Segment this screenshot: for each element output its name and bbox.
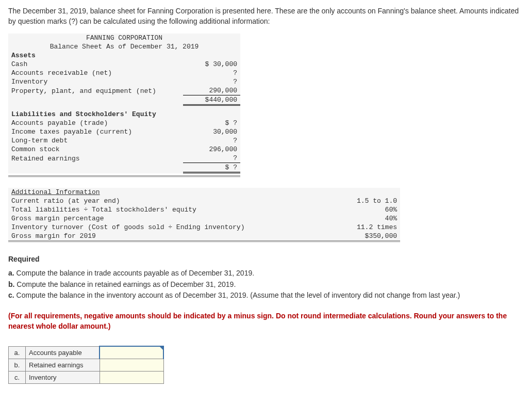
- addl-row-value: 11.2 times: [322, 223, 400, 232]
- addl-row-value: $350,000: [322, 232, 400, 240]
- requirement-marker: a.: [8, 269, 14, 277]
- asset-row-label: Inventory: [8, 77, 183, 86]
- answer-cell[interactable]: [100, 371, 163, 384]
- liab-row-amount: 296,000: [183, 145, 240, 154]
- liab-row-amount: ?: [183, 136, 240, 145]
- liab-row-label: Retained earnings: [8, 154, 183, 163]
- active-cell-flag-icon: [159, 346, 163, 350]
- required-heading: Required: [8, 255, 520, 263]
- addl-row-value: 60%: [322, 205, 400, 214]
- asset-row-label: Accounts receivable (net): [8, 69, 183, 77]
- table-row: a. Accounts payable: [9, 346, 164, 359]
- liab-row-label: Common stock: [8, 145, 183, 154]
- addl-row-value: 1.5 to 1.0: [322, 197, 400, 205]
- retained-earnings-input[interactable]: [103, 361, 162, 369]
- requirement-text: Compute the balance in retained earnings…: [16, 280, 236, 288]
- liab-row-label: Long-term debt: [8, 136, 183, 145]
- table-shadow: [8, 240, 400, 243]
- asset-row-amount: $ 30,000: [183, 60, 240, 69]
- inventory-input[interactable]: [103, 373, 162, 382]
- answer-key: c.: [9, 371, 26, 384]
- answer-label: Retained earnings: [26, 359, 100, 371]
- addl-row-label: Total liabilities ÷ Total stockholders' …: [8, 205, 322, 214]
- additional-info-table: Additional Information Current ratio (at…: [8, 188, 400, 240]
- liab-row-amount: $ ?: [183, 119, 240, 127]
- answer-key: b.: [9, 359, 26, 371]
- addl-row-label: Gross margin for 2019: [8, 232, 322, 240]
- requirement-item: b. Compute the balance in retained earni…: [8, 280, 520, 290]
- assets-header: Assets: [8, 51, 183, 60]
- instructions-note: (For all requirements, negative amounts …: [8, 311, 520, 331]
- requirement-marker: b.: [8, 280, 14, 288]
- requirement-item: a. Compute the balance in trade accounts…: [8, 268, 520, 279]
- requirements-list: a. Compute the balance in trade accounts…: [8, 268, 520, 301]
- accounts-payable-input[interactable]: [103, 348, 162, 357]
- answer-cell[interactable]: [100, 359, 163, 371]
- requirement-text: Compute the balance in trade accounts pa…: [16, 269, 255, 277]
- answer-label: Accounts payable: [26, 346, 100, 359]
- answer-cell[interactable]: [100, 346, 163, 359]
- assets-total: $440,000: [183, 95, 240, 105]
- requirement-marker: c.: [8, 291, 14, 299]
- addl-row-value: 40%: [322, 214, 400, 223]
- table-row: b. Retained earnings: [9, 359, 164, 371]
- intro-text: The December 31, 2019, balance sheet for…: [8, 6, 520, 26]
- liab-row-label: Accounts payable (trade): [8, 119, 183, 127]
- company-name: FANNING CORPORATION: [8, 34, 240, 42]
- liab-header: Liabilities and Stockholders' Equity: [8, 110, 183, 119]
- addl-row-label: Current ratio (at year end): [8, 197, 322, 205]
- asset-row-amount: 290,000: [183, 86, 240, 95]
- answer-key: a.: [9, 346, 26, 359]
- requirement-item: c. Compute the balance in the inventory …: [8, 290, 520, 301]
- table-row: c. Inventory: [9, 371, 164, 384]
- asset-row-label: Cash: [8, 60, 183, 69]
- liab-row-amount: ?: [183, 154, 240, 163]
- addl-row-label: Inventory turnover (Cost of goods sold ÷…: [8, 223, 322, 232]
- asset-row-amount: ?: [183, 77, 240, 86]
- liab-total: $ ?: [183, 163, 240, 173]
- requirement-text: Compute the balance in the inventory acc…: [16, 291, 460, 299]
- liab-row-label: Income taxes payable (current): [8, 127, 183, 136]
- liab-row-amount: 30,000: [183, 127, 240, 136]
- answer-label: Inventory: [26, 371, 100, 384]
- additional-info-header: Additional Information: [8, 188, 400, 197]
- answer-table: a. Accounts payable b. Retained earnings…: [8, 346, 164, 384]
- table-shadow: [8, 175, 240, 177]
- asset-row-amount: ?: [183, 69, 240, 77]
- asset-row-label: Property, plant, and equipment (net): [8, 86, 183, 95]
- balance-sheet-table: FANNING CORPORATION Balance Sheet As of …: [8, 34, 240, 173]
- balance-sheet-title: Balance Sheet As of December 31, 2019: [8, 42, 240, 51]
- addl-row-label: Gross margin percentage: [8, 214, 322, 223]
